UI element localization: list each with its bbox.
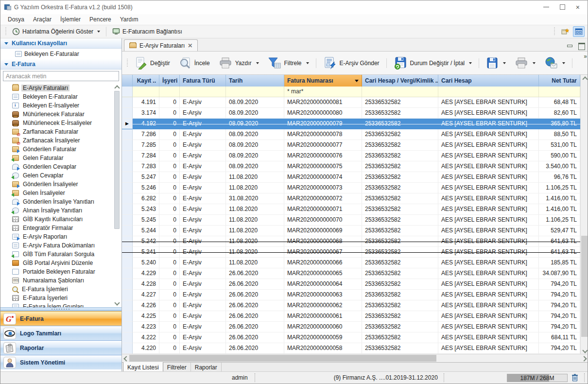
tree-item[interactable]: Bekleyen E-İrsaliyeler xyxy=(12,101,121,110)
scroll-right-icon[interactable] xyxy=(581,355,588,362)
table-row[interactable]: 7.283 0 E-Arşiv 08.09.2020 MAR2020000000… xyxy=(122,161,580,172)
vertical-scrollbar[interactable] xyxy=(580,75,588,354)
column-header-cari-hesap[interactable]: Cari Hesap xyxy=(438,75,539,87)
scroll-down-icon[interactable] xyxy=(114,300,120,306)
tree-item[interactable]: E-Fatura İşlem Grupları xyxy=(12,302,121,307)
row-selector[interactable] xyxy=(122,97,133,108)
tree-item[interactable]: Gelen İrsaliyeler xyxy=(12,189,121,197)
tree-item[interactable]: Mühürlenecek Faturalar xyxy=(12,110,121,119)
tree-item[interactable]: Gönderilen Cevaplar xyxy=(12,162,121,171)
tree-item[interactable]: GİB Tüm Faturaları Sorgula xyxy=(12,250,121,259)
edit-button[interactable]: Değiştir xyxy=(130,54,174,72)
close-button[interactable]: × xyxy=(576,2,580,12)
tree-item[interactable]: Alınan İrsaliye Yanıtları xyxy=(12,206,121,215)
toolbar-grip[interactable] xyxy=(4,27,7,36)
table-row[interactable]: 6.282 0 E-Arşiv 31.08.2020 MAR2020000000… xyxy=(122,193,580,204)
menu-item[interactable]: İşlemler xyxy=(56,15,85,24)
save-button[interactable] xyxy=(482,54,510,72)
row-selector[interactable] xyxy=(122,151,133,161)
tree-item[interactable]: GİB Kayıtlı Kullanıcıları xyxy=(12,215,121,224)
email-button[interactable] xyxy=(540,54,570,72)
panel-raporlar[interactable]: Raporlar xyxy=(0,340,121,355)
filter-fatura-turu[interactable] xyxy=(180,87,226,97)
mdi-restore-button[interactable] xyxy=(578,43,585,49)
chevron-down-icon[interactable] xyxy=(562,62,565,64)
chevron-down-icon[interactable] xyxy=(256,62,259,64)
tree-item[interactable]: E-Arşiv Fatura Dokümanları xyxy=(12,241,121,250)
panel-efatura[interactable]: G E-Fatura xyxy=(0,311,121,326)
table-row[interactable]: 5.242 0 E-Arşiv 11.08.2020 MAR2020000000… xyxy=(122,236,580,247)
tree-item[interactable]: Portalde Bekleyen Faturalar xyxy=(12,267,121,276)
table-row[interactable]: 4.228 0 E-Arşiv 26.06.2020 MAR2020000000… xyxy=(122,279,580,290)
sidebar-item-bekleyen-efaturalar[interactable]: Bekleyen E-Faturalar xyxy=(0,49,121,59)
sidebar-splitter[interactable] xyxy=(0,307,121,311)
tab-close-icon[interactable]: ✕ xyxy=(188,42,192,49)
row-selector[interactable] xyxy=(122,226,133,236)
filter-tarih[interactable] xyxy=(226,87,284,97)
table-row[interactable]: 5.241 0 E-Arşiv 11.08.2020 MAR2020000000… xyxy=(122,247,580,258)
column-header-kayit[interactable]: Kayıt .. xyxy=(133,75,159,87)
minimize-button[interactable] xyxy=(543,2,549,7)
row-selector[interactable] xyxy=(122,258,133,268)
table-row[interactable]: 5.245 0 E-Arşiv 11.08.2020 MAR2020000000… xyxy=(122,215,580,226)
table-row[interactable]: 4.192 0 E-Arşiv 08.09.2020 MAR2020000000… xyxy=(122,119,580,129)
print-button[interactable]: Yazdır xyxy=(214,54,263,72)
tree-item[interactable]: Zarflanacak İrsaliyeler xyxy=(12,136,121,145)
tree-item[interactable]: Gelen Cevaplar xyxy=(12,171,121,180)
tree-item[interactable]: Numaralama Şablonları xyxy=(12,276,121,285)
row-selector[interactable] xyxy=(122,247,133,258)
chevron-down-icon[interactable] xyxy=(306,62,309,64)
search-input[interactable] xyxy=(3,71,119,81)
row-selector[interactable] xyxy=(122,119,133,129)
sidebar-section-efatura[interactable]: E-Fatura xyxy=(0,59,121,70)
chevron-down-icon[interactable] xyxy=(533,62,536,64)
inspect-button[interactable]: İncele xyxy=(174,54,214,72)
tree-item[interactable]: Gönderilen İrsaliyeler xyxy=(12,180,121,189)
table-row[interactable]: 5.244 0 E-Arşiv 11.08.2020 MAR2020000000… xyxy=(122,226,580,236)
panel-logo-tanimlari[interactable]: Logo Tanımları xyxy=(0,326,121,340)
new-window-button[interactable] xyxy=(559,26,571,37)
column-header-net-tutar[interactable]: Net Tutar xyxy=(539,75,580,87)
panel-sistem-yonetimi[interactable]: Sistem Yönetimi xyxy=(0,355,121,369)
filter-cari-hesap[interactable] xyxy=(438,87,539,97)
sidebar-section-shortcuts[interactable]: Kullanıcı Kısayolları xyxy=(0,38,121,49)
status-change-button[interactable]: Durum Değiştir / İptal xyxy=(389,53,477,73)
table-row[interactable]: 3.174 0 E-Arşiv 08.09.2020 MAR2020000000… xyxy=(122,108,580,119)
table-row[interactable]: 5.247 0 E-Arşiv 11.08.2020 MAR2020000000… xyxy=(122,172,580,183)
row-selector[interactable] xyxy=(122,311,133,322)
row-selector[interactable] xyxy=(122,140,133,151)
toolbar-grip[interactable] xyxy=(126,59,128,68)
tree-item[interactable]: GİB Portal Arşivini Düzenle xyxy=(12,259,121,267)
tree-item[interactable]: E-Fatura İşlemleri xyxy=(12,285,121,294)
tree-item[interactable]: Gönderilen Faturalar xyxy=(12,145,121,154)
table-row[interactable]: 4.191 0 E-Arşiv 08.09.2020 MAR2020000000… xyxy=(122,97,580,108)
filter-kayit[interactable] xyxy=(133,87,159,97)
tree-scrollbar[interactable] xyxy=(113,84,121,306)
row-selector[interactable] xyxy=(122,343,133,354)
menu-item[interactable]: Yardım xyxy=(116,15,143,24)
column-header-tarih[interactable]: Tarih xyxy=(226,75,284,87)
table-row[interactable]: 7.285 0 E-Arşiv 08.09.2020 MAR2020000000… xyxy=(122,140,580,151)
row-selector[interactable] xyxy=(122,300,133,311)
column-header-fatura-numarasi[interactable]: Fatura Numarası xyxy=(284,75,362,87)
row-selector[interactable] xyxy=(122,215,133,226)
column-header-isyeri[interactable]: İşyeri .. xyxy=(159,75,180,87)
chevron-down-icon[interactable] xyxy=(503,62,506,64)
row-selector[interactable] xyxy=(122,204,133,215)
chevron-down-icon[interactable] xyxy=(469,62,472,64)
tab-earsiv-faturalari[interactable]: E-Arşiv Faturaları ✕ xyxy=(124,39,198,51)
menu-item[interactable]: Dosya xyxy=(3,15,29,24)
tree-item[interactable]: E-Arşiv Faturaları xyxy=(12,84,121,92)
row-selector[interactable] xyxy=(122,290,133,300)
earsiv-send-button[interactable]: E-Arşiv Gönder xyxy=(319,54,384,72)
table-row[interactable]: 5.240 0 E-Arşiv 11.08.2020 MAR2020000000… xyxy=(122,258,580,268)
mdi-minimize-button[interactable] xyxy=(566,43,573,49)
tree-item[interactable]: Zarflanacak Faturalar xyxy=(12,127,121,136)
horizontal-scrollbar[interactable] xyxy=(122,354,588,362)
row-selector[interactable] xyxy=(122,322,133,332)
tree-item[interactable]: E-Fatura İşyerleri xyxy=(12,294,121,302)
filter-isyeri[interactable] xyxy=(159,87,180,97)
scrollbar-thumb[interactable] xyxy=(114,91,120,229)
reminder-button[interactable]: Hatırlatma Öğelerini Göster xyxy=(9,26,104,37)
scrollbar-thumb[interactable] xyxy=(129,355,436,362)
